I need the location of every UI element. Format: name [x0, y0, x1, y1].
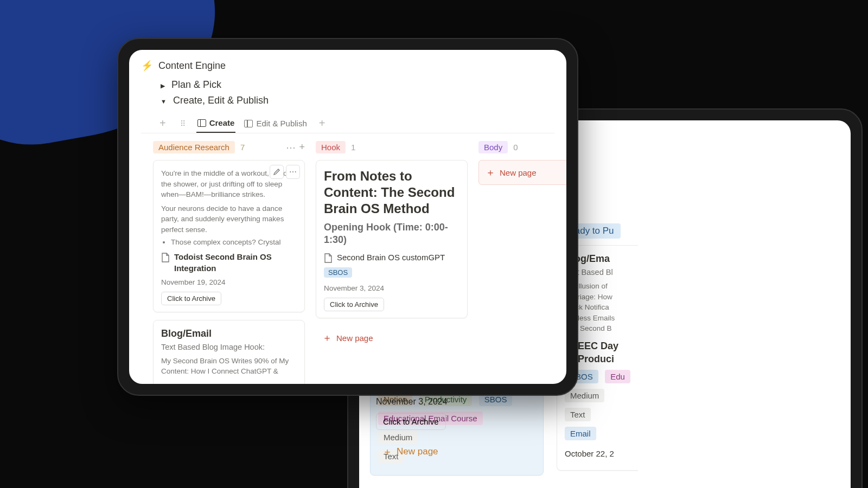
page-title: EEC Day Produci — [578, 339, 618, 366]
column-menu-button[interactable]: ⋯ — [286, 142, 296, 153]
card-title: From Notes to Content: The Second Brain … — [324, 168, 459, 217]
column-body: Body 0 ＋ New page — [478, 141, 566, 384]
new-page-label: New page — [500, 168, 537, 177]
screen-front: ⚡ Content Engine Plan & Pick Create, Edi… — [129, 50, 566, 384]
card-date: November 3, 2024 — [324, 284, 459, 292]
plus-icon: ＋ — [322, 331, 332, 344]
tag[interactable]: Medium — [565, 389, 604, 402]
board-icon — [197, 119, 206, 127]
page-icon — [324, 253, 333, 263]
device-front: ⚡ Content Engine Plan & Pick Create, Edi… — [117, 38, 578, 396]
card-heading: Blog/Email — [161, 328, 297, 339]
tab-label: Edit & Publish — [256, 119, 307, 128]
card-hook-1[interactable]: From Notes to Content: The Second Brain … — [316, 160, 468, 318]
column-count: 0 — [513, 143, 518, 152]
new-page-button[interactable]: ＋ New page — [316, 326, 468, 350]
page-title: ⚡ Content Engine — [141, 60, 554, 72]
new-page-button[interactable]: ＋ New page — [376, 440, 550, 464]
card-audience-2[interactable]: Blog/Email Text Based Blog Image Hook: M… — [153, 320, 305, 384]
outline-label: Create, Edit & Publish — [173, 95, 269, 106]
card-body: My Second Brain OS Writes 90% of My Cont… — [161, 356, 297, 377]
card-date: October 22, 2 — [565, 449, 638, 458]
chevron-right-icon[interactable] — [161, 79, 166, 91]
page-link[interactable]: Second Brain OS customGPT — [324, 252, 459, 263]
board-icon — [244, 120, 253, 127]
tag[interactable]: Text — [565, 408, 591, 421]
card-bullet: Those complex concepts? Crystal — [171, 238, 297, 246]
new-page-button[interactable]: ＋ New page — [478, 160, 566, 185]
archive-button[interactable]: Click to Archive — [376, 413, 446, 430]
lightning-icon: ⚡ — [141, 60, 153, 72]
archive-button[interactable]: Click to Archive — [324, 298, 384, 311]
plus-icon: ＋ — [486, 166, 495, 179]
column-pill[interactable]: Body — [478, 141, 508, 153]
column-pill[interactable]: Hook — [316, 141, 346, 153]
outline-item-create[interactable]: Create, Edit & Publish — [141, 93, 554, 108]
plus-icon: ＋ — [382, 445, 392, 458]
card-subtitle: Opening Hook (Time: 0:00-1:30) — [324, 221, 459, 247]
add-view-button[interactable]: + — [316, 117, 329, 130]
kanban-board: Audience Research 7 ⋯ + ⋯ You're in the — [141, 141, 554, 384]
drag-handle-icon[interactable]: ⠿ — [177, 119, 189, 128]
outline-item-plan[interactable]: Plan & Pick — [141, 77, 554, 93]
card-sub: Text Based Blog Image Hook: — [161, 343, 297, 351]
page-title: Second Brain OS customGPT — [337, 252, 445, 263]
chevron-down-icon[interactable] — [161, 95, 168, 106]
column-pill[interactable]: Audience Research — [153, 141, 235, 153]
peek-hook-detail: November 3, 2024 Click to Archive ＋ New … — [376, 390, 550, 464]
tab-label: Create — [209, 118, 235, 127]
view-tabs: + ⠿ Create Edit & Publish + — [141, 114, 554, 133]
column-count: 1 — [351, 143, 355, 152]
outline-label: Plan & Pick — [171, 79, 221, 91]
page-link[interactable]: Todoist Second Brain OS Integration — [161, 252, 297, 274]
column-hook: Hook 1 From Notes to Content: The Second… — [316, 141, 468, 384]
page-title: Todoist Second Brain OS Integration — [174, 252, 297, 274]
card-date: November 19, 2024 — [161, 278, 297, 286]
archive-button[interactable]: Click to Archive — [161, 292, 221, 305]
tag[interactable]: Email — [565, 427, 596, 440]
new-page-label: New page — [336, 333, 373, 343]
tag[interactable]: Edu — [605, 370, 630, 383]
edit-icon[interactable] — [270, 165, 284, 179]
more-icon[interactable]: ⋯ — [286, 165, 300, 179]
doc-title-text: Content Engine — [158, 60, 226, 72]
column-count: 7 — [240, 143, 245, 152]
date: November 3, 2024 — [376, 397, 550, 407]
card-para: Your neurons decide to have a dance part… — [161, 203, 297, 235]
page-icon — [161, 253, 170, 262]
tab-edit-publish[interactable]: Edit & Publish — [243, 114, 308, 132]
add-card-button[interactable]: + — [299, 142, 305, 153]
tab-create[interactable]: Create — [196, 114, 236, 133]
column-audience-research: Audience Research 7 ⋯ + ⋯ You're in the — [153, 141, 305, 384]
tag[interactable]: SBOS — [324, 267, 352, 278]
card-audience-1[interactable]: ⋯ You're in the middle of a workout, out… — [153, 160, 305, 312]
add-block-button[interactable]: + — [156, 117, 169, 130]
new-page-label: New page — [397, 446, 438, 457]
